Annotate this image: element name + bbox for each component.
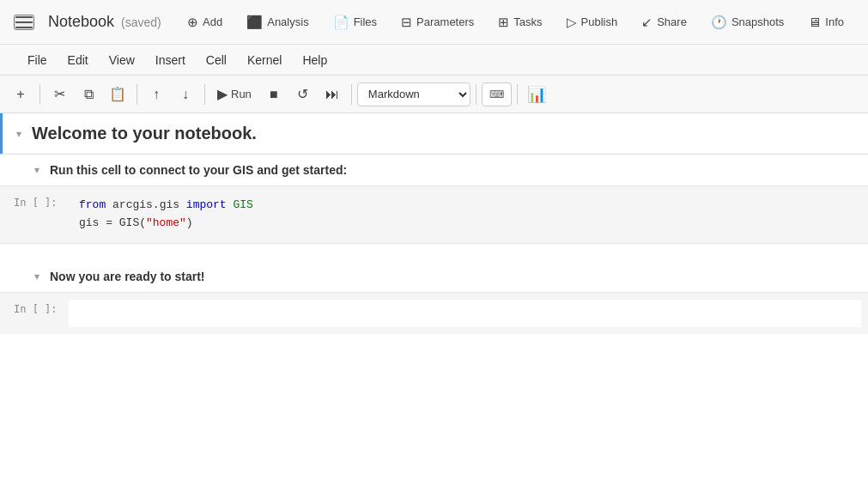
connect-sub-cell: ▾ Run this cell to connect to your GIS a…: [0, 155, 868, 244]
info-label: Info: [825, 15, 844, 28]
ready-sub-cell-header: ▾ Now you are ready to start!: [0, 261, 868, 292]
menu-edit[interactable]: Edit: [58, 50, 99, 70]
toolbar-separator-3: [204, 84, 205, 105]
restart-button[interactable]: ↺: [289, 81, 317, 108]
keyboard-shortcuts-button[interactable]: ⌨: [482, 82, 512, 106]
parameters-label: Parameters: [416, 15, 474, 28]
files-icon: 📄: [333, 15, 349, 30]
share-icon: ↙: [641, 15, 653, 30]
cut-button[interactable]: ✂: [46, 81, 73, 108]
code-text-1: arcgis.gis: [112, 198, 186, 211]
toolbar-separator-5: [476, 84, 476, 105]
publish-label: Publish: [581, 15, 618, 28]
stop-button[interactable]: ■: [260, 81, 288, 108]
share-label: Share: [657, 15, 687, 28]
toolbar-separator-1: [39, 84, 40, 105]
ready-cell-label: In [ ]:: [0, 296, 69, 322]
run-label: Run: [231, 88, 252, 100]
menu-help[interactable]: Help: [292, 50, 337, 70]
copy-button[interactable]: ⧉: [75, 81, 102, 108]
ready-title: Now you are ready to start!: [50, 270, 205, 283]
menu-kernel[interactable]: Kernel: [237, 50, 292, 70]
top-bar-actions: ⊕ Add ⬛ Analysis 📄 Files ⊟ Parameters ⊞ …: [177, 9, 854, 35]
keyword-from: from: [79, 198, 106, 211]
menu-cell[interactable]: Cell: [196, 50, 237, 70]
toolbar-separator-2: [137, 84, 137, 105]
add-button[interactable]: ⊕ Add: [177, 9, 233, 35]
connect-cell-label: In [ ]:: [0, 190, 69, 216]
top-bar: Notebook (saved) ⊕ Add ⬛ Analysis 📄 File…: [0, 0, 868, 45]
connect-code-cell: In [ ]: from arcgis.gis import GIS gis =…: [0, 185, 868, 244]
publish-icon: ▷: [567, 15, 577, 30]
add-cell-button[interactable]: +: [7, 81, 34, 108]
snapshots-label: Snapshots: [731, 15, 784, 28]
move-up-button[interactable]: ↑: [143, 81, 170, 108]
cell-type-select[interactable]: Code Markdown Raw NBConvert Heading: [357, 82, 470, 106]
move-down-button[interactable]: ↓: [172, 81, 199, 108]
analysis-icon: ⬛: [246, 15, 263, 30]
hamburger-button[interactable]: [14, 15, 34, 30]
code-text-3: gis = GIS(: [79, 216, 146, 229]
toolbar-separator-4: [351, 84, 352, 105]
chart-button[interactable]: 📊: [523, 81, 550, 108]
info-button[interactable]: 🖥 Info: [798, 9, 854, 34]
add-icon: ⊕: [187, 15, 198, 30]
parameters-button[interactable]: ⊟ Parameters: [391, 9, 484, 35]
tasks-button[interactable]: ⊞ Tasks: [488, 9, 552, 35]
section-gap-1: [0, 244, 868, 261]
code-text-4: ): [186, 216, 193, 229]
ready-sub-cell: ▾ Now you are ready to start! In [ ]:: [0, 261, 868, 334]
fast-forward-button[interactable]: ⏭: [319, 81, 346, 108]
publish-button[interactable]: ▷ Publish: [556, 9, 628, 35]
connect-code-content[interactable]: from arcgis.gis import GIS gis = GIS("ho…: [69, 190, 868, 240]
files-button[interactable]: 📄 Files: [323, 9, 387, 35]
add-label: Add: [203, 15, 222, 28]
snapshots-button[interactable]: 🕐 Snapshots: [701, 9, 794, 35]
menu-bar: File Edit View Insert Cell Kernel Help: [0, 45, 868, 76]
ready-toggle[interactable]: ▾: [34, 270, 39, 282]
snapshots-icon: 🕐: [711, 15, 727, 30]
code-line-1: from arcgis.gis import GIS: [79, 197, 858, 215]
connect-title: Run this cell to connect to your GIS and…: [50, 163, 347, 177]
welcome-cell-header: ▾ Welcome to your notebook.: [3, 113, 868, 154]
menu-view[interactable]: View: [99, 50, 145, 70]
tasks-label: Tasks: [513, 15, 542, 28]
welcome-cell: ▾ Welcome to your notebook.: [0, 113, 868, 154]
code-line-2: gis = GIS("home"): [79, 215, 858, 233]
share-button[interactable]: ↙ Share: [631, 9, 697, 35]
keyword-import: import: [186, 198, 227, 211]
welcome-title: Welcome to your notebook.: [32, 124, 257, 143]
paste-button[interactable]: 📋: [104, 81, 131, 108]
connect-sub-cell-header: ▾ Run this cell to connect to your GIS a…: [0, 155, 868, 185]
string-home: "home": [146, 216, 186, 229]
class-GIS: GIS: [233, 198, 252, 211]
toolbar-separator-6: [517, 84, 518, 105]
ready-code-cell: In [ ]:: [0, 292, 868, 334]
saved-label: (saved): [121, 15, 161, 29]
run-icon: ▶: [217, 86, 228, 102]
ready-code-input[interactable]: [69, 300, 861, 327]
run-button[interactable]: ▶ Run: [210, 81, 258, 108]
notebook-area: ▾ Welcome to your notebook. ▾ Run this c…: [0, 113, 868, 457]
tasks-icon: ⊞: [498, 15, 509, 30]
analysis-label: Analysis: [267, 15, 308, 28]
keyboard-icon: ⌨: [489, 88, 504, 100]
info-icon: 🖥: [808, 15, 821, 29]
toolbar: + ✂ ⧉ 📋 ↑ ↓ ▶ Run ■ ↺ ⏭ Code Markdown Ra…: [0, 76, 868, 113]
files-label: Files: [354, 15, 377, 28]
analysis-button[interactable]: ⬛ Analysis: [236, 9, 319, 35]
chart-icon: 📊: [527, 85, 546, 104]
notebook-title: Notebook: [48, 13, 114, 31]
menu-insert[interactable]: Insert: [145, 50, 196, 70]
parameters-icon: ⊟: [401, 15, 412, 30]
menu-file[interactable]: File: [17, 50, 58, 70]
connect-toggle[interactable]: ▾: [34, 164, 39, 176]
welcome-toggle[interactable]: ▾: [16, 128, 21, 140]
